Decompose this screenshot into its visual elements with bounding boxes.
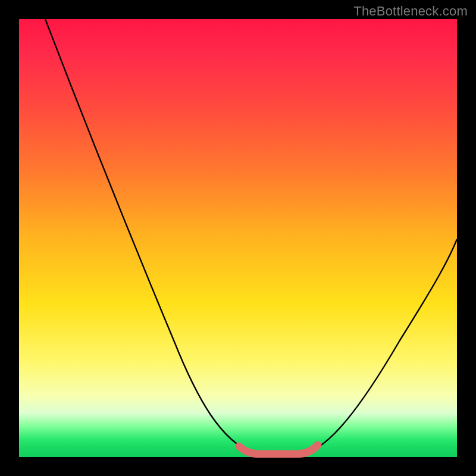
curve-svg bbox=[19, 19, 457, 457]
bottleneck-curve-path bbox=[45, 19, 457, 455]
chart-frame: TheBottleneck.com bbox=[0, 0, 476, 476]
plot-area bbox=[19, 19, 457, 457]
watermark-text: TheBottleneck.com bbox=[353, 4, 468, 19]
optimal-zone-path bbox=[239, 445, 318, 454]
